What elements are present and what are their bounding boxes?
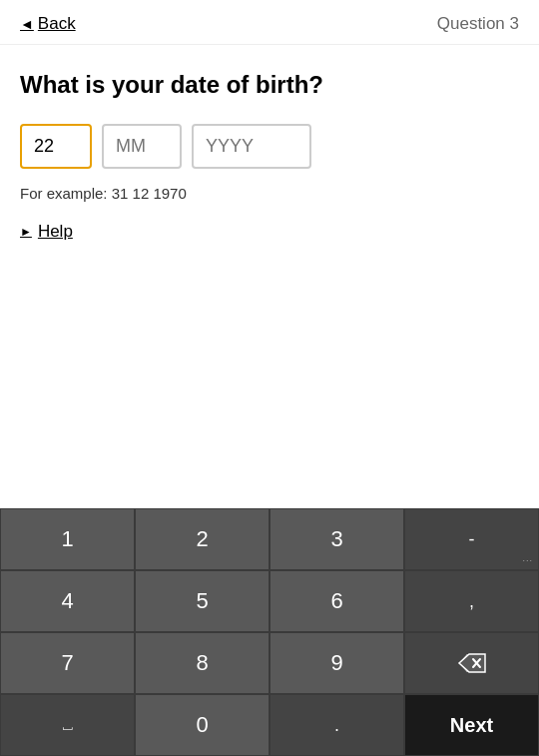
key-period[interactable]: .: [270, 694, 404, 756]
header: ◄ Back Question 3: [0, 0, 539, 45]
next-label: Next: [450, 714, 493, 737]
back-button[interactable]: ◄ Back: [20, 14, 76, 34]
date-inputs-row: [20, 124, 519, 169]
back-arrow-icon: ◄: [20, 16, 34, 32]
help-button[interactable]: ► Help: [20, 222, 73, 242]
key-9[interactable]: 9: [270, 632, 404, 694]
back-label: Back: [38, 14, 76, 34]
svg-marker-0: [459, 654, 485, 672]
next-button[interactable]: Next: [404, 694, 539, 756]
keyboard: 1 2 3 - ··· 4 5 6 , 7 8 9 ⎵: [0, 508, 539, 756]
key-dash[interactable]: - ···: [404, 508, 539, 570]
year-input[interactable]: [192, 124, 311, 169]
keyboard-row-2: 4 5 6 ,: [0, 570, 539, 632]
day-input[interactable]: [20, 124, 92, 169]
key-6[interactable]: 6: [270, 570, 404, 632]
key-0[interactable]: 0: [135, 694, 270, 756]
key-3[interactable]: 3: [270, 508, 404, 570]
backspace-icon: [457, 652, 487, 674]
keyboard-row-4: ⎵ 0 . Next: [0, 694, 539, 756]
key-2[interactable]: 2: [135, 508, 270, 570]
keyboard-row-1: 1 2 3 - ···: [0, 508, 539, 570]
help-arrow-icon: ►: [20, 225, 32, 239]
key-comma[interactable]: ,: [404, 570, 539, 632]
key-backspace[interactable]: [404, 632, 539, 694]
key-7[interactable]: 7: [0, 632, 135, 694]
help-label: Help: [38, 222, 73, 242]
key-4[interactable]: 4: [0, 570, 135, 632]
month-input[interactable]: [102, 124, 182, 169]
key-space[interactable]: ⎵: [0, 694, 135, 756]
key-1[interactable]: 1: [0, 508, 135, 570]
key-5[interactable]: 5: [135, 570, 270, 632]
example-text: For example: 31 12 1970: [20, 185, 519, 202]
keyboard-row-3: 7 8 9: [0, 632, 539, 694]
question-label: Question 3: [437, 14, 519, 34]
key-8[interactable]: 8: [135, 632, 270, 694]
content-area: What is your date of birth? For example:…: [0, 45, 539, 508]
page-title: What is your date of birth?: [20, 69, 519, 100]
